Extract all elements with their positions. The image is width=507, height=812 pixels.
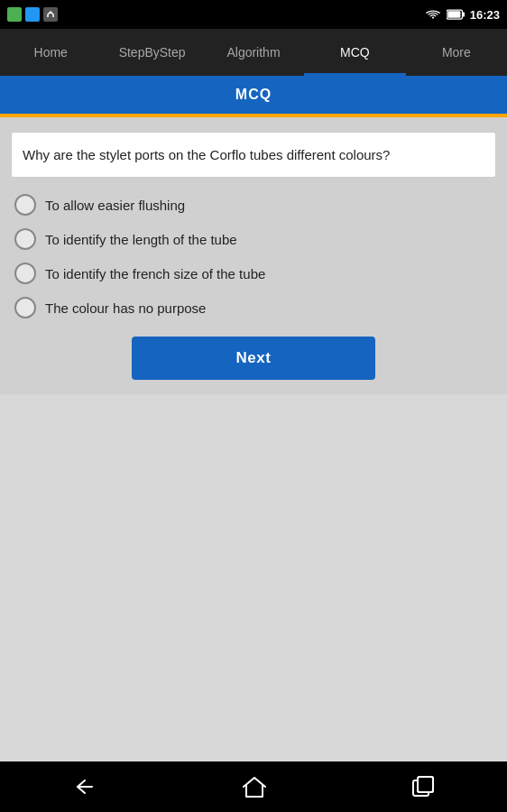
nav-label-algorithm: Algorithm [226, 45, 280, 60]
app-icon-2 [25, 7, 40, 22]
nav-item-home[interactable]: Home [0, 29, 101, 76]
question-text: Why are the stylet ports on the Corflo t… [23, 147, 390, 162]
svg-rect-2 [447, 11, 460, 18]
nav-item-algorithm[interactable]: Algorithm [203, 29, 304, 76]
status-time: 16:23 [470, 8, 500, 22]
options-list: To allow easier flushing To identify the… [11, 194, 496, 318]
tab-title: MCQ [235, 87, 272, 103]
recents-nav-button[interactable] [411, 775, 435, 798]
radio-4[interactable] [14, 297, 36, 318]
content-area: Why are the stylet ports on the Corflo t… [0, 117, 507, 394]
nav-label-home: Home [34, 45, 68, 60]
back-nav-button[interactable] [72, 777, 97, 797]
wifi-icon [425, 8, 441, 21]
status-bar-right: 16:23 [425, 8, 500, 22]
option-label-4: The colour has no purpose [45, 300, 206, 316]
option-label-1: To allow easier flushing [45, 198, 185, 213]
nav-item-mcq[interactable]: MCQ [304, 29, 405, 76]
question-box: Why are the stylet ports on the Corflo t… [11, 132, 496, 178]
radio-1[interactable] [14, 194, 36, 216]
option-item-4[interactable]: The colour has no purpose [14, 297, 493, 318]
next-button[interactable]: Next [132, 337, 375, 380]
bottom-nav-bar [0, 761, 507, 812]
nav-label-more: More [442, 45, 471, 60]
radio-2[interactable] [14, 228, 36, 250]
status-bar: 16:23 [0, 0, 507, 29]
battery-icon [447, 9, 465, 20]
option-label-3: To identify the french size of the tube [45, 266, 265, 281]
home-nav-button[interactable] [242, 775, 267, 798]
svg-rect-1 [462, 13, 465, 17]
nav-item-stepbystep[interactable]: StepByStep [101, 29, 202, 76]
app-icon-1 [7, 7, 22, 22]
option-item-3[interactable]: To identify the french size of the tube [14, 263, 493, 284]
radio-3[interactable] [14, 263, 36, 284]
nav-item-more[interactable]: More [406, 29, 507, 76]
app-icon-3 [43, 7, 58, 22]
tab-title-bar: MCQ [0, 76, 507, 114]
option-label-2: To identify the length of the tube [45, 232, 237, 247]
nav-bar: Home StepByStep Algorithm MCQ More [0, 29, 507, 76]
option-item-2[interactable]: To identify the length of the tube [14, 228, 493, 250]
option-item-1[interactable]: To allow easier flushing [14, 194, 493, 216]
status-bar-left [7, 7, 58, 22]
nav-label-mcq: MCQ [340, 45, 370, 60]
nav-label-stepbystep: StepByStep [119, 45, 186, 60]
svg-rect-5 [418, 777, 433, 792]
